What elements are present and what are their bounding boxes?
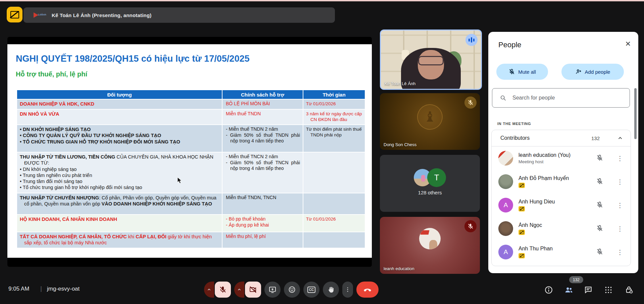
tile-label: leanh education — [384, 266, 414, 271]
captions-button[interactable]: CC — [303, 282, 319, 298]
table-cell: THU NHẬP TỪ CHUYỂN NHƯỢNG: Cổ phần, Phần… — [17, 193, 222, 214]
annotation-button[interactable] — [7, 7, 22, 22]
mouse-cursor — [177, 177, 182, 184]
slide: NGHỊ QUYẾT 198/2025/QH15 có hiệu lực từ … — [7, 44, 372, 258]
participant-menu-button[interactable]: ⋮ — [617, 248, 623, 256]
mute-all-button[interactable]: Mute all — [496, 64, 548, 80]
more-options-button[interactable] — [342, 282, 353, 298]
close-icon[interactable]: ✕ — [625, 40, 631, 48]
table-cell: • DN KHỞI NGHIỆP SÁNG TẠO• CÔNG TY QUẢN … — [17, 125, 222, 152]
meeting-code-label: jmg-esvy-oat — [47, 286, 80, 292]
add-people-button[interactable]: Add people — [561, 64, 624, 80]
participant-row[interactable]: Anh Đỗ Phạm Huyển⋮ — [492, 170, 631, 193]
in-the-meeting-label: IN THE MEETING — [497, 122, 531, 126]
activities-button[interactable] — [604, 286, 613, 294]
video-tile-dong-son-chess[interactable]: ♝ Dong Son Chess — [380, 93, 480, 150]
table-cell: Miễn thuế TNDN — [222, 110, 303, 124]
table-cell — [303, 232, 365, 248]
shared-screen-stage[interactable]: NGHỊ QUYẾT 198/2025/QH15 có hiệu lực từ … — [7, 37, 372, 267]
camera-off-button[interactable] — [245, 282, 261, 298]
tile-label: Dong Son Chess — [384, 142, 416, 147]
present-screen-icon — [268, 286, 277, 294]
people-count-badge: 132 — [569, 276, 583, 283]
contributors-count: 132 — [591, 135, 600, 141]
table-cell: THU NHẬP TỪ TIỀN LƯƠNG, TIỀN CÔNG CỦA CH… — [17, 153, 222, 193]
reactions-button[interactable] — [284, 282, 300, 298]
participant-menu-button[interactable]: ⋮ — [617, 155, 623, 162]
host-controls-button[interactable] — [625, 286, 634, 294]
presenting-chip[interactable]: LêÁnh Kế Toán Lê Ánh (Presenting, annota… — [23, 7, 335, 23]
table-cell — [303, 153, 365, 193]
annotation-badge-icon — [518, 183, 525, 188]
participant-mic-off-button[interactable] — [596, 248, 604, 256]
participant-menu-button[interactable]: ⋮ — [617, 225, 623, 233]
people-button[interactable] — [564, 286, 573, 294]
contributors-header[interactable]: Contributors 132 — [492, 130, 631, 146]
lock-icon — [625, 286, 634, 294]
divider: | — [40, 285, 42, 292]
person-add-icon — [575, 68, 582, 75]
participant-menu-button[interactable]: ⋮ — [617, 178, 623, 186]
participant-info: Anh Hung Dieu — [518, 199, 596, 212]
present-screen-button[interactable] — [264, 282, 281, 298]
end-call-button[interactable] — [356, 282, 379, 298]
participant-info: leanh education (You)Meeting host — [518, 152, 596, 164]
table-cell: 3 năm kể từ ngày được cấp CN ĐKDN lần đầ… — [303, 110, 365, 124]
avatar — [419, 228, 441, 249]
avatar: A — [498, 245, 513, 259]
info-icon — [544, 286, 553, 294]
grid-icon — [604, 286, 613, 294]
avatar — [498, 174, 513, 189]
chat-button[interactable] — [584, 286, 593, 294]
table-cell — [303, 193, 365, 214]
mic-off-button[interactable] — [215, 282, 231, 298]
people-icon — [564, 286, 573, 294]
annotation-badge-icon — [518, 206, 525, 211]
chess-logo: ♝ — [417, 104, 443, 130]
video-tile-others[interactable]: T 128 others — [380, 155, 480, 212]
raise-hand-button[interactable] — [323, 282, 339, 298]
participant-mic-off-button[interactable] — [596, 201, 604, 209]
participant-mic-off-button[interactable] — [596, 225, 604, 233]
participants-list: leanh education (You)Meeting host⋮Anh Đỗ… — [492, 146, 631, 264]
participant-row[interactable]: leanh education (You)Meeting host⋮ — [492, 146, 631, 170]
table-cell: DN NHỎ VÀ VỪA — [17, 110, 222, 124]
participant-mic-off-button[interactable] — [596, 154, 604, 162]
more-vertical-icon — [345, 287, 351, 293]
participant-name: Anh Hung Dieu — [518, 199, 596, 205]
participant-name: Anh Đỗ Phạm Huyển — [518, 175, 596, 181]
video-tile-ke-toan-le-anh[interactable]: Kế Toán Lê Ánh — [380, 29, 482, 90]
video-tile-leanh-education[interactable]: leanh education — [380, 217, 480, 274]
search-box[interactable] — [492, 88, 630, 108]
slide-title: NGHỊ QUYẾT 198/2025/QH15 có hiệu lực từ … — [16, 54, 249, 64]
participant-row[interactable]: AAnh Thu Phan⋮ — [492, 240, 631, 264]
leanh-logo-icon: LêÁnh — [34, 11, 44, 19]
chevron-up-icon — [617, 135, 623, 141]
mic-off-icon — [464, 97, 477, 109]
table-cell: - Bỏ pp thuế khoán- Áp dụng pp kê khai — [222, 215, 303, 232]
cc-icon: CC — [307, 287, 315, 293]
search-input[interactable] — [512, 95, 614, 101]
avatar — [498, 221, 513, 236]
mic-off-icon — [508, 68, 515, 75]
meeting-details-button[interactable] — [544, 286, 553, 294]
participant-row[interactable]: AAnh Hung Dieu⋮ — [492, 193, 631, 217]
participant-name: Ánh Ngọc — [518, 222, 596, 228]
participant-row[interactable]: Ánh Ngọc⋮ — [492, 217, 631, 240]
others-count-label: 128 others — [380, 190, 480, 195]
table-cell: - Miễn thuế TNCN 2 năm- Giảm 50% số thuế… — [222, 153, 303, 193]
table-header: Chính sách hỗ trợ — [222, 90, 303, 99]
panel-scrollbar[interactable] — [634, 88, 637, 139]
table-cell: BỎ LỆ PHÍ MÔN BÀI — [222, 100, 303, 109]
mic-options-chevron[interactable] — [204, 282, 214, 298]
clock-label: 9:05 AM — [8, 286, 29, 292]
avatar: A — [498, 198, 513, 212]
slide-subtitle: Hỗ trợ thuế, phí, lệ phí — [16, 70, 87, 78]
camera-options-chevron[interactable] — [234, 282, 244, 298]
table-cell: Miễn thu phí, lệ phí — [222, 232, 303, 248]
participant-mic-off-button[interactable] — [596, 178, 604, 186]
table-cell: Từ 01/01/2026 — [303, 100, 365, 109]
participant-menu-button[interactable]: ⋮ — [617, 201, 623, 209]
table-cell: Miễn thuế TNDN, TNCN — [222, 193, 303, 214]
smiley-icon — [288, 286, 296, 294]
